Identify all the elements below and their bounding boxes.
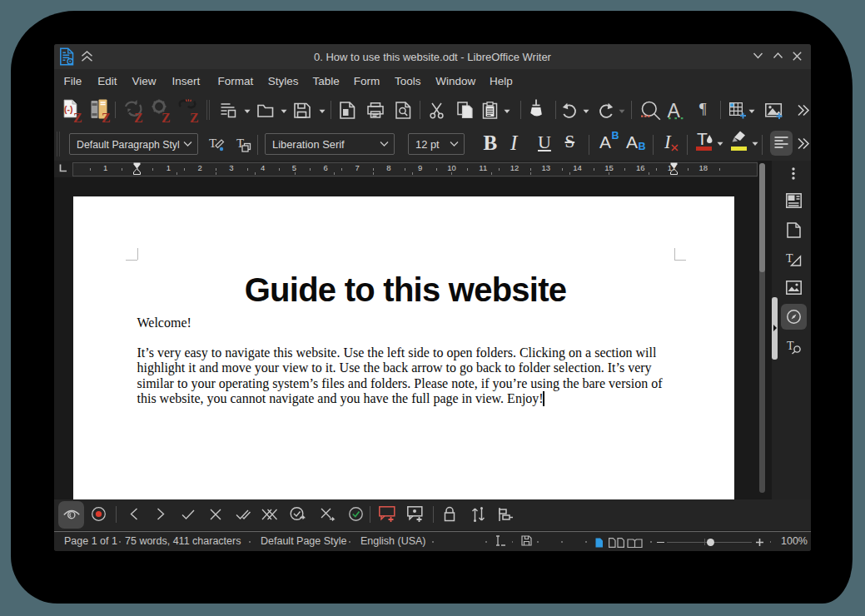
svg-text:T: T [209, 137, 216, 150]
svg-text:Z: Z [162, 111, 171, 125]
svg-text:Z: Z [190, 111, 199, 125]
svg-text:Z: Z [134, 111, 143, 125]
svg-text:(-): (-) [64, 104, 73, 114]
svg-text:T: T [787, 340, 794, 352]
svg-text:Z: Z [102, 111, 111, 125]
svg-text:T: T [786, 252, 793, 265]
svg-text:Z: Z [73, 111, 82, 125]
